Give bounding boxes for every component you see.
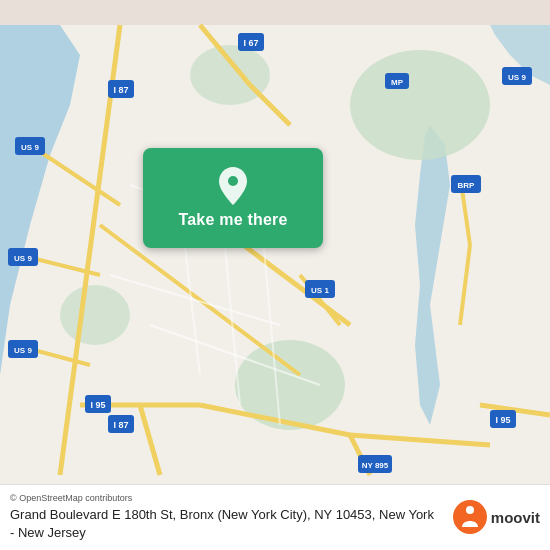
svg-text:US 9: US 9 bbox=[508, 73, 526, 82]
take-me-there-card[interactable]: Take me there bbox=[143, 148, 323, 248]
svg-text:I 87: I 87 bbox=[113, 85, 128, 95]
svg-text:US 9: US 9 bbox=[14, 346, 32, 355]
take-me-there-button-label: Take me there bbox=[178, 211, 287, 229]
address-text: Grand Boulevard E 180th St, Bronx (New Y… bbox=[10, 506, 442, 542]
svg-text:US 9: US 9 bbox=[14, 254, 32, 263]
svg-point-6 bbox=[60, 285, 130, 345]
svg-text:US 9: US 9 bbox=[21, 143, 39, 152]
moovit-text: moovit bbox=[491, 509, 540, 526]
moovit-icon bbox=[452, 499, 488, 535]
svg-text:I 87: I 87 bbox=[113, 420, 128, 430]
bottom-bar: © OpenStreetMap contributors Grand Boule… bbox=[0, 484, 550, 550]
location-pin-icon bbox=[217, 167, 249, 205]
svg-point-60 bbox=[453, 500, 487, 534]
svg-text:NY 895: NY 895 bbox=[362, 461, 389, 470]
svg-point-59 bbox=[228, 176, 238, 186]
moovit-logo: moovit bbox=[452, 499, 540, 535]
svg-point-4 bbox=[350, 50, 490, 160]
address-container: © OpenStreetMap contributors Grand Boule… bbox=[10, 493, 442, 542]
svg-text:BRP: BRP bbox=[458, 181, 476, 190]
svg-text:I 95: I 95 bbox=[495, 415, 510, 425]
svg-text:MP: MP bbox=[391, 78, 404, 87]
map-container: I 87 I 67 I 87 MP US 9 US 9 US 9 US 1 BR… bbox=[0, 0, 550, 550]
svg-text:I 67: I 67 bbox=[243, 38, 258, 48]
osm-attribution: © OpenStreetMap contributors bbox=[10, 493, 442, 503]
svg-text:US 1: US 1 bbox=[311, 286, 329, 295]
map-background: I 87 I 67 I 87 MP US 9 US 9 US 9 US 1 BR… bbox=[0, 0, 550, 550]
svg-text:I 95: I 95 bbox=[90, 400, 105, 410]
address-line1: Grand Boulevard E 180th St, Bronx (New Y… bbox=[10, 507, 311, 522]
